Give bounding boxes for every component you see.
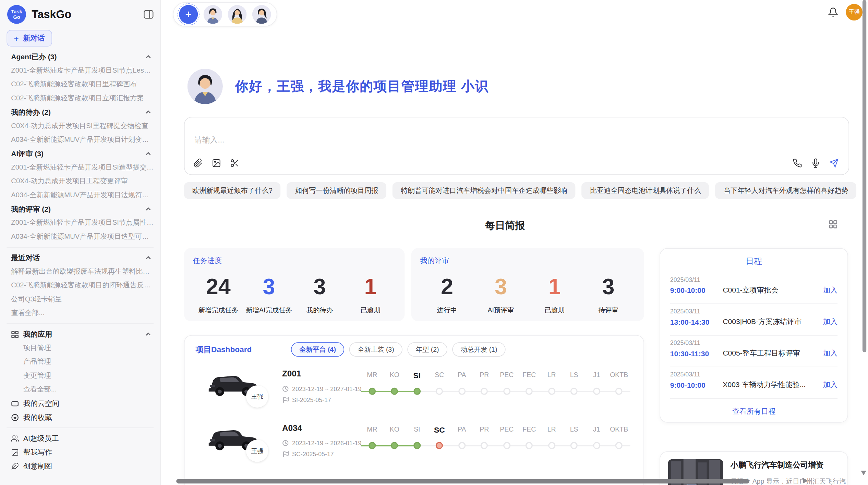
flag-icon — [282, 451, 289, 457]
milestone-dot[interactable] — [413, 388, 421, 395]
sidebar-section-agent-done[interactable]: Agent已办 (3) — [11, 50, 154, 64]
suggestion-chip[interactable]: 当下年轻人对汽车外观有怎样的喜好趋势 — [715, 182, 857, 199]
layout-grid-icon[interactable] — [829, 220, 837, 229]
sidebar-item[interactable]: C02-飞腾新能源轻客改款项目的闭环通告反馈情况 — [11, 278, 154, 292]
agent-avatar-2[interactable] — [228, 5, 247, 24]
sidebar-item[interactable]: Z001-全新燃油轻卡产品开发项目SI节点属性5D文件评审 — [11, 216, 154, 230]
sidebar-section-recent-chats[interactable]: 最近对话 — [11, 251, 154, 264]
milestone-dot[interactable] — [548, 442, 555, 449]
sidebar-item[interactable]: A034-全新新能源MUV产品开发项目法规符合性评审 — [11, 188, 154, 202]
user-avatar[interactable]: 王强 — [846, 4, 863, 21]
sidebar-item-ai-super-staff[interactable]: AI超级员工 — [11, 432, 154, 445]
chat-input[interactable] — [195, 135, 694, 144]
milestone-dot[interactable] — [369, 388, 376, 395]
sidebar-item[interactable]: C0X4-动力总成开发项目工程变更评审 — [11, 174, 154, 188]
scroll-right-arrow[interactable] — [803, 478, 808, 483]
agent-avatar-1[interactable] — [203, 5, 222, 24]
sidebar-item[interactable]: Z001-全新燃油轻卡产品开发项目SI造型提交物评审 — [11, 161, 154, 174]
milestone-dot[interactable] — [391, 388, 398, 395]
horizontal-scrollbar[interactable] — [176, 479, 749, 484]
stat-in-progress[interactable]: 2进行中 — [420, 274, 474, 315]
sidebar-item-favorites[interactable]: 我的收藏 — [11, 410, 154, 424]
milestone-dot[interactable] — [593, 388, 600, 395]
milestone-dot[interactable] — [369, 442, 376, 449]
milestone-dot[interactable] — [436, 442, 443, 449]
stat-ai-prereview[interactable]: 3AI预评审 — [474, 274, 528, 315]
suggestion-chip[interactable]: 特朗普可能对进口汽车增税会对中国车企造成哪些影响 — [393, 182, 576, 199]
suggestion-chip[interactable]: 欧洲新规最近颁布了什么? — [184, 182, 281, 199]
filter-new-body[interactable]: 全新上装 (3) — [349, 342, 402, 357]
milestone-dot[interactable] — [526, 442, 533, 449]
milestone-dot[interactable] — [503, 388, 510, 395]
milestone-dot[interactable] — [503, 442, 510, 449]
add-agent-button[interactable]: + — [179, 5, 198, 24]
microphone-icon[interactable] — [811, 158, 820, 167]
sidebar-section-my-apps[interactable]: 我的应用 — [11, 327, 154, 341]
sidebar-item[interactable]: A034-全新新能源MUV产品开发项目造型可行性评审 — [11, 230, 154, 244]
scissors-icon[interactable] — [230, 158, 239, 167]
sidebar-item[interactable]: C02-飞腾新能源轻客改款项目立项汇报方案 — [11, 91, 154, 105]
stat-pending-review[interactable]: 3待评审 — [581, 274, 635, 315]
stat-new-done[interactable]: 24新增完成任务 — [193, 274, 244, 315]
sidebar-item[interactable]: Z001-全新燃油皮卡产品开发项目SI节点Lesson Learn报告 — [11, 64, 154, 77]
sidebar-item-product-mgmt[interactable]: 产品管理 — [11, 355, 154, 369]
suggestion-chip[interactable]: 比亚迪全固态电池计划具体说了什么 — [582, 182, 709, 199]
sidebar-item[interactable]: A034-全新新能源MUV产品开发项目计划变更表编写 — [11, 133, 154, 147]
join-link[interactable]: 加入 — [823, 317, 837, 327]
milestone-dot[interactable] — [436, 388, 443, 395]
new-chat-button[interactable]: + 新对话 — [7, 30, 52, 47]
card-title: 我的评审 — [420, 256, 635, 266]
filter-powertrain[interactable]: 动总开发 (1) — [452, 342, 505, 357]
milestone-dot[interactable] — [593, 442, 600, 449]
sidebar-item-help-me-write[interactable]: 帮我写作 — [11, 445, 154, 459]
image-upload-icon[interactable] — [212, 158, 221, 167]
milestone-dot[interactable] — [526, 388, 533, 395]
milestone-dot[interactable] — [391, 442, 398, 449]
milestone-dot[interactable] — [458, 442, 466, 449]
milestone-dot[interactable] — [481, 442, 488, 449]
filter-new-platform[interactable]: 全新平台 (4) — [291, 342, 344, 357]
sidebar-item-project-mgmt[interactable]: 项目管理 — [11, 341, 154, 355]
filter-model-year[interactable]: 年型 (2) — [407, 342, 447, 357]
milestone-dot[interactable] — [615, 388, 623, 395]
stat-review-overdue[interactable]: 1已逾期 — [528, 274, 581, 315]
sidebar-section-ai-review[interactable]: AI评审 (3) — [11, 147, 154, 160]
sidebar-item-change-mgmt[interactable]: 变更管理 — [11, 369, 154, 383]
attachment-icon[interactable] — [193, 158, 203, 167]
suggestion-chip[interactable]: 如何写一份清晰的项目周报 — [287, 182, 387, 199]
send-icon[interactable] — [829, 158, 839, 167]
join-link[interactable]: 加入 — [823, 380, 837, 390]
sidebar-collapse-icon[interactable] — [144, 10, 154, 19]
milestone-dot[interactable] — [570, 442, 578, 449]
project-row[interactable]: 王强 A034 2023-12-19 ~ 2026-01-19 SC-2025-… — [184, 418, 644, 471]
sidebar-item-cloud-space[interactable]: 我的云空间 — [11, 397, 154, 410]
view-all-schedule-link[interactable]: 查看所有日程 — [670, 407, 837, 416]
stat-my-todo[interactable]: 3我的待办 — [294, 274, 345, 315]
sidebar-item[interactable]: 公司Q3轻卡销量 — [11, 293, 154, 306]
view-all-apps[interactable]: 查看全部... — [11, 383, 154, 396]
sidebar-section-my-review[interactable]: 我的评审 (2) — [11, 202, 154, 216]
milestone-dot[interactable] — [413, 442, 421, 449]
scroll-down-arrow[interactable] — [861, 471, 866, 475]
join-link[interactable]: 加入 — [823, 285, 837, 295]
project-row[interactable]: 王强 Z001 2023-12-19 ~ 2027-01-19 SI-2025-… — [184, 363, 644, 417]
sidebar-item[interactable]: 解释最新出台的欧盟报废车法规再生塑料比例被调至15%... — [11, 265, 154, 278]
view-all-recent[interactable]: 查看全部... — [11, 306, 154, 320]
suggestion-chips: 欧洲新规最近颁布了什么? 如何写一份清晰的项目周报 特朗普可能对进口汽车增税会对… — [184, 182, 857, 199]
milestone-dot[interactable] — [481, 388, 488, 395]
stat-overdue[interactable]: 1已逾期 — [345, 274, 396, 315]
voice-call-icon[interactable] — [793, 158, 802, 167]
sidebar-item-creative-draw[interactable]: 创意制图 — [11, 459, 154, 473]
agent-avatar-3[interactable] — [252, 5, 271, 24]
sidebar-section-my-todo[interactable]: 我的待办 (2) — [11, 105, 154, 119]
join-link[interactable]: 加入 — [823, 348, 837, 358]
milestone-dot[interactable] — [458, 388, 466, 395]
milestone-dot[interactable] — [570, 388, 578, 395]
notifications-bell-icon[interactable] — [828, 7, 838, 17]
sidebar-item[interactable]: C0X4-动力总成开发项目SI里程碑提交物检查 — [11, 119, 154, 133]
milestone-dot[interactable] — [548, 388, 555, 395]
stat-new-ai-done[interactable]: 3新增AI完成任务 — [244, 274, 294, 315]
sidebar-item[interactable]: C02-飞腾新能源轻客改款项目里程碑画布 — [11, 77, 154, 91]
vertical-scrollbar[interactable] — [863, 0, 866, 352]
milestone-dot[interactable] — [615, 442, 623, 449]
